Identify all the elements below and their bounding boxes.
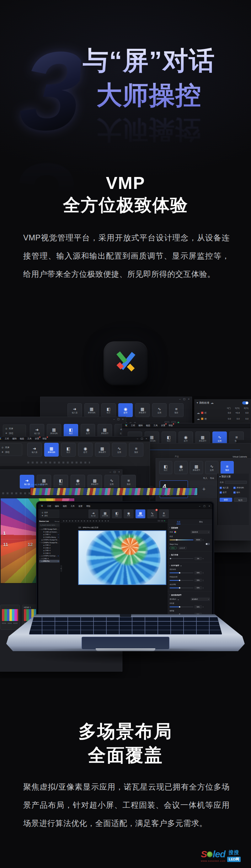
quick-actions[interactable]: ◎黑屏 ❄冻结 — [0, 443, 22, 456]
magic-gray-toggle[interactable] — [206, 543, 210, 545]
search-input[interactable] — [42, 524, 59, 526]
checkbox[interactable]: ✓ 输出 — [233, 491, 247, 494]
toolbar-button[interactable]: ➜ 输入源 — [30, 424, 44, 438]
slider[interactable] — [170, 587, 194, 588]
device-tree-item[interactable]: ▸ ▤ CX80 -4 ∞ ⊡ — [39, 557, 60, 560]
toolbar-button[interactable]: ≡ 预设 — [159, 509, 169, 519]
menu-item[interactable]: 工程 — [5, 437, 9, 440]
toolbar-button[interactable]: ≡ 预设 — [221, 461, 234, 474]
menu-item[interactable]: 视图 — [63, 505, 67, 507]
toolbar-button[interactable]: ◉ 处理 — [78, 443, 93, 457]
menu-item[interactable]: 帮助 — [86, 505, 90, 507]
menu-item[interactable]: 工具 — [153, 424, 158, 427]
menu-item[interactable]: 设置 — [161, 424, 165, 427]
menu-item[interactable]: 设置 — [79, 505, 83, 507]
menu-item[interactable]: 工程 — [131, 424, 135, 427]
toolbar-button[interactable]: ▩ 屏幕调节 — [98, 424, 112, 438]
chevron-icon[interactable]: ▸ — [40, 558, 41, 559]
device-tree-item[interactable]: ▦ CX80 -5 ∞ ⊡ — [39, 552, 60, 555]
stepper[interactable]: ▴▾ — [203, 587, 203, 589]
device-tree-item[interactable]: ▾ ▤ CX40Pro Xiyuage North Screen ∞ ⊡ — [39, 541, 60, 544]
toolbar-button[interactable]: ▦ 屏体结构 — [47, 424, 61, 438]
device-tree-item[interactable]: ▦ SP60 Pro ∞ ⊡ — [39, 560, 60, 563]
panel-collapse-handle[interactable]: ◂ — [61, 565, 62, 572]
window-controls[interactable]: –▢× — [109, 471, 120, 473]
collapse-triangle-icon[interactable]: ▾ — [170, 594, 170, 596]
slider-value[interactable]: 50% — [194, 579, 202, 582]
checkbox[interactable]: ✓ 输入源 — [220, 487, 233, 489]
stepper[interactable]: ▴▾ — [203, 539, 203, 541]
chevron-icon[interactable]: ▾ — [40, 528, 41, 530]
stepper[interactable]: ▴▾ — [203, 572, 203, 574]
quick-actions[interactable]: ◎黑屏 ❄冻结 — [3, 425, 26, 437]
menu-item[interactable]: 视图 — [146, 424, 150, 427]
slider[interactable] — [170, 572, 194, 573]
menu-item[interactable]: 编辑 — [55, 505, 59, 507]
device-tree-item[interactable]: ▦ CX40Pro Xiyuage North Screen ∞ ⊡ — [39, 538, 60, 541]
toolbar-button[interactable]: ∿ 监测 — [205, 461, 218, 474]
toolbar-button[interactable]: ◉ 处理 — [71, 475, 85, 489]
menu-item[interactable]: 工具 — [27, 437, 32, 440]
slider[interactable] — [170, 580, 194, 581]
preset-name-input[interactable] — [225, 481, 247, 484]
slider-value[interactable]: 50% — [194, 571, 202, 575]
toolbar-button[interactable]: ∿ 监测 — [104, 475, 119, 489]
slider-value[interactable]: 50% — [194, 587, 202, 590]
window-controls[interactable]: –▢× — [113, 418, 124, 421]
toolbar-button[interactable]: ◉ 处理 — [81, 424, 95, 438]
device-tree-item[interactable]: ▦ CX80 Left ScreenXXX ∞ ⊡ — [39, 531, 60, 533]
device-tree-item[interactable]: ▦ CX40Pro Meting ∞ ⊡ — [39, 536, 60, 539]
stepper[interactable]: ▴▾ — [203, 580, 203, 581]
menu-item[interactable]: 帮助 — [168, 424, 173, 427]
toolbar-button[interactable]: ≡ 预设 — [129, 443, 144, 457]
toolbar-button[interactable]: ◉ 处理 — [175, 461, 188, 474]
collapse-triangle-icon[interactable]: ▾ — [170, 527, 170, 529]
toolbar-button[interactable]: ➜ 输入源 — [67, 403, 82, 417]
screen-content-image[interactable] — [78, 530, 166, 585]
toolbar-button[interactable]: ▦ 屏体结构 — [44, 443, 59, 457]
gamut-select[interactable]: 原始色域▾ — [191, 531, 210, 534]
chevron-icon[interactable]: ▸ — [40, 555, 41, 556]
device-tree-item[interactable]: ▦ CX80 -4 ∞ ⊡ — [39, 549, 60, 552]
tab-image-quality[interactable]: 画质 — [167, 519, 190, 524]
toolbar-button[interactable]: ▩ 屏幕调节 — [190, 461, 203, 474]
toolbar-button[interactable]: ≡ 预设 — [121, 475, 136, 489]
display-mode-select[interactable]: 标准模式▾ — [191, 598, 210, 601]
window-controls[interactable]: –▢× — [199, 505, 210, 507]
menu-item[interactable]: 工程 — [47, 505, 51, 507]
toolbar-button[interactable]: ◧ 校正 — [112, 509, 122, 519]
device-tree-item[interactable]: ▦ CX80 -2 ∞ ⊡ — [39, 533, 60, 536]
toolbar-button[interactable]: ▩ 屏幕调节 — [88, 475, 102, 489]
thermal-value[interactable]: 0% — [194, 557, 202, 560]
device-tree-item[interactable]: ▦ CX80 -2 ∞ ⊡ — [39, 544, 60, 547]
checkbox[interactable]: ✓ 处理 — [220, 491, 233, 494]
toolbar-button[interactable]: ➜ 输入源 — [27, 443, 42, 457]
color-temp-slider[interactable] — [170, 539, 194, 540]
toolbar-button[interactable]: ◧ 校正 — [159, 461, 172, 474]
calibration-row[interactable]: ☁ 橙 0.0 0.0 0.0 — [197, 416, 249, 422]
toolbar-button[interactable]: ≡ 预设 — [169, 403, 184, 417]
thermal-slider[interactable] — [170, 558, 194, 559]
toolbar-button[interactable]: ▦ 屏体结构 — [100, 509, 110, 519]
toolbar-button[interactable]: ◧ 校正 — [101, 403, 116, 417]
toolbar-button[interactable]: ▦ 屏体结构 — [85, 403, 99, 417]
screen-canvas[interactable]: CX SP60 Pro | 独立主控 ◂ — [61, 523, 167, 615]
toolbar-button[interactable]: ◉ 处理 — [124, 509, 134, 519]
device-tree-item[interactable]: ▸ ▤ CX40Pro Cantinguiyi...North ∞ ⊡ — [39, 555, 60, 557]
slider[interactable] — [170, 607, 194, 607]
chevron-icon[interactable]: ▾ — [40, 542, 41, 543]
toolbar-button[interactable]: ▩ 屏幕调节 — [135, 403, 150, 417]
window-controls[interactable]: –▢× — [137, 437, 147, 440]
toolbar-button[interactable]: ➜ 输入源 — [89, 509, 98, 519]
import-export[interactable]: 导入 导出 — [203, 477, 214, 480]
toolbar-button[interactable]: ∿ 监测 — [152, 403, 166, 417]
stepper[interactable]: ▴▾ — [203, 606, 203, 608]
tab-network[interactable]: 网络 — [190, 519, 212, 524]
checkbox[interactable]: ✓ 屏体结构 — [233, 487, 247, 489]
calibration-row[interactable]: ☁ 红 0.0 +0.4 0.0 — [197, 410, 249, 416]
stepper[interactable]: ▴▾ — [203, 558, 203, 559]
quick-actions[interactable]: ◎黑屏 ❄冻结 — [40, 510, 59, 518]
menu-item[interactable]: 工具 — [71, 505, 75, 507]
toolbar-button[interactable]: ◧ 校正 — [54, 475, 68, 489]
menu-item[interactable]: 编辑 — [138, 424, 143, 427]
